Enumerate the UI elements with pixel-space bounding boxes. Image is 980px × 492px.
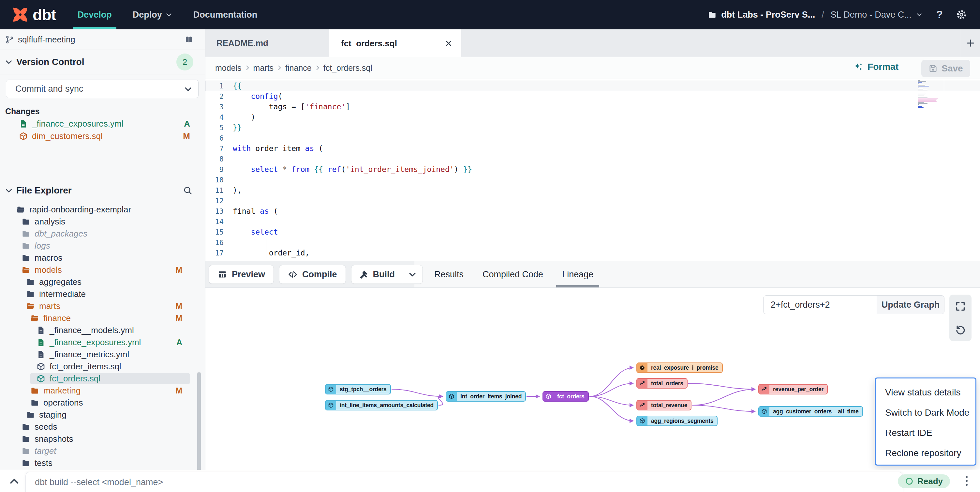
tree-item-marts[interactable]: martsM <box>0 300 205 312</box>
compile-button[interactable]: Compile <box>279 265 346 284</box>
search-icon[interactable] <box>183 185 192 195</box>
fullscreen-icon[interactable] <box>955 301 966 312</box>
tab-results[interactable]: Results <box>434 261 464 288</box>
lineage-panel[interactable]: stg_tpch__ordersint_line_items_amounts_c… <box>205 288 980 470</box>
breadcrumb-finance[interactable]: finance <box>285 63 312 73</box>
tree-item-staging[interactable]: staging <box>0 409 205 421</box>
code-line[interactable]: 5}} <box>205 122 980 133</box>
version-control-header[interactable]: Version Control 2 <box>0 50 205 74</box>
gear-icon[interactable] <box>956 9 967 20</box>
code-line[interactable]: 16 <box>205 237 980 248</box>
kebab-menu[interactable] <box>964 476 969 486</box>
project-name[interactable]: SL Demo - Dave C... <box>831 10 912 20</box>
menu-item-restart-ide[interactable]: Restart IDE <box>876 423 975 443</box>
tree-item--finance-models-yml[interactable]: _finance__models.yml <box>0 324 205 336</box>
lineage-selector-input[interactable] <box>763 295 877 314</box>
code-line[interactable]: 6 <box>205 133 980 143</box>
code-line[interactable]: 12 <box>205 195 980 206</box>
menu-item-switch-to-dark-mode[interactable]: Switch to Dark Mode <box>876 403 975 423</box>
save-button[interactable]: Save <box>921 60 970 77</box>
lineage-node-fct_orders[interactable]: fct_orders <box>542 391 589 402</box>
tree-item-seeds[interactable]: seeds <box>0 421 205 433</box>
tree-item-macros[interactable]: macros <box>0 252 205 264</box>
code-line[interactable]: 2 config( <box>205 91 980 101</box>
lineage-node-agg_regions_segments[interactable]: agg_regions_segments <box>636 416 718 426</box>
code-line[interactable]: 11), <box>205 185 980 195</box>
tree-item-intermediate[interactable]: intermediate <box>0 288 205 300</box>
nav-item-develop[interactable]: Develop <box>78 0 112 29</box>
nav-item-deploy[interactable]: Deploy <box>133 0 172 29</box>
minimap[interactable] <box>918 80 944 108</box>
code-line[interactable]: 4 ) <box>205 112 980 122</box>
tab-lineage[interactable]: Lineage <box>562 261 593 288</box>
lineage-node-total_orders[interactable]: total_orders <box>636 378 687 388</box>
tree-item-dbt-packages[interactable]: dbt_packages <box>0 228 205 240</box>
nav-item-documentation[interactable]: Documentation <box>193 0 258 29</box>
breadcrumb-file[interactable]: fct_orders.sql <box>323 63 372 73</box>
tree-item-models[interactable]: modelsM <box>0 264 205 276</box>
code-line[interactable]: 7with order_item as ( <box>205 143 980 154</box>
tree-item-analysis[interactable]: analysis <box>0 216 205 228</box>
chevron-down-icon[interactable] <box>916 11 923 18</box>
menu-item-view-status-details[interactable]: View status details <box>876 382 975 403</box>
build-button[interactable]: Build <box>352 265 402 284</box>
commit-and-sync-button[interactable]: Commit and sync <box>6 80 199 98</box>
tree-item-rapid-onboarding-exemplar[interactable]: rapid-onboarding-exemplar <box>0 204 205 216</box>
tree-item--finance-exposures-yml[interactable]: _finance_exposures.ymlA <box>0 336 205 348</box>
code-line[interactable]: 14 <box>205 216 980 227</box>
lineage-node-stg_tpch__orders[interactable]: stg_tpch__orders <box>325 384 391 395</box>
code-line[interactable]: 13final as ( <box>205 206 980 216</box>
docs-book-icon[interactable] <box>185 35 193 44</box>
code-line[interactable]: 1{{ <box>205 81 980 91</box>
lineage-node-real_exposure_i_promise[interactable]: real_exposure_i_promise <box>636 363 723 373</box>
tree-item-marketing[interactable]: marketingM <box>0 385 205 397</box>
format-button[interactable]: Format <box>853 62 899 72</box>
tab-fct-orders[interactable]: fct_orders.sql <box>329 29 461 58</box>
branch-row[interactable]: sqlfluff-meeting <box>0 29 205 50</box>
code-line[interactable]: 9 select * from {{ ref('int_order_items_… <box>205 164 980 174</box>
lineage-node-int_line_items_amounts_calculated[interactable]: int_line_items_amounts_calculated <box>325 400 438 411</box>
code-line[interactable]: 3 tags = ['finance'] <box>205 101 980 112</box>
tree-item--finance-metrics-yml[interactable]: _finance_metrics.yml <box>0 348 205 361</box>
breadcrumb-models[interactable]: models <box>215 63 242 73</box>
file-explorer-title: File Explorer <box>16 185 72 196</box>
account-name[interactable]: dbt Labs - ProServ S... <box>721 10 815 20</box>
lineage-node-int_order_items_joined[interactable]: int_order_items_joined <box>445 391 526 402</box>
code-line[interactable]: 15 select <box>205 227 980 237</box>
code-editor[interactable]: 1{{2 config(3 tags = ['finance']4 )5}}67… <box>205 79 980 261</box>
tree-item-operations[interactable]: operations <box>0 397 205 409</box>
preview-button[interactable]: Preview <box>208 265 274 284</box>
tree-item-logs[interactable]: logs <box>0 240 205 252</box>
lineage-node-total_revenue[interactable]: total_revenue <box>636 400 692 411</box>
change-item[interactable]: dim_customers.sqlM <box>0 130 205 142</box>
code-line[interactable]: 8 <box>205 154 980 164</box>
code-line[interactable]: 17 order_id, <box>205 248 980 258</box>
change-item[interactable]: _finance_exposures.ymlA <box>0 117 205 130</box>
tree-item-fct-orders-sql[interactable]: fct_orders.sql <box>0 372 205 385</box>
code-line[interactable]: 10 <box>205 174 980 185</box>
build-options-button[interactable] <box>402 265 423 284</box>
new-tab-button[interactable] <box>961 29 980 57</box>
expand-panel-icon[interactable] <box>8 475 20 487</box>
command-input[interactable] <box>26 472 903 492</box>
reset-view-icon[interactable] <box>955 324 966 335</box>
menu-item-reclone-repository[interactable]: Reclone repository <box>876 443 975 463</box>
breadcrumb-marts[interactable]: marts <box>253 63 274 73</box>
lineage-node-agg_customer_orders__all_time[interactable]: agg_customer_orders__all_time <box>758 406 863 417</box>
tree-item-target[interactable]: target <box>0 445 205 457</box>
commit-options-button[interactable] <box>178 80 198 98</box>
update-graph-button[interactable]: Update Graph <box>877 295 945 314</box>
dbt-logo[interactable]: dbt <box>11 6 56 24</box>
tree-item-snapshots[interactable]: snapshots <box>0 433 205 445</box>
tab-compiled-code[interactable]: Compiled Code <box>482 261 543 288</box>
help-button[interactable]: ? <box>936 8 943 21</box>
file-explorer-header[interactable]: File Explorer <box>0 182 205 199</box>
tree-item-finance[interactable]: financeM <box>0 312 205 324</box>
tree-item-aggregates[interactable]: aggregates <box>0 276 205 288</box>
close-icon[interactable] <box>444 39 453 48</box>
tree-item-fct-order-items-sql[interactable]: fct_order_items.sql <box>0 361 205 372</box>
lineage-node-revenue_per_order[interactable]: revenue_per_order <box>758 384 828 395</box>
node-type-chip <box>446 392 457 401</box>
tab-readme[interactable]: README.md <box>205 29 329 57</box>
tree-item-tests[interactable]: tests <box>0 457 205 469</box>
